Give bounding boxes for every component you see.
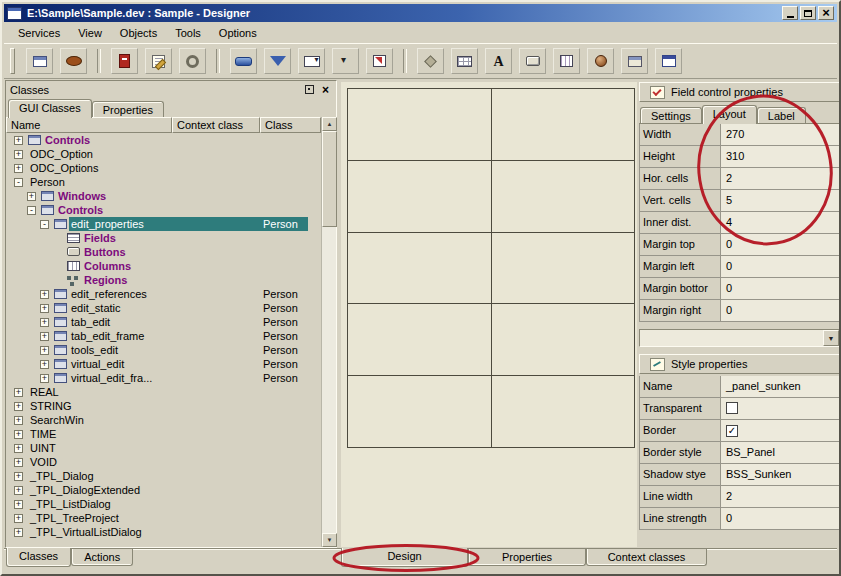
grid-cell[interactable]: [348, 89, 491, 160]
column-header-class[interactable]: Class: [260, 117, 321, 133]
tree-expander[interactable]: +: [40, 332, 54, 341]
expand-plus-icon[interactable]: +: [14, 150, 23, 159]
tree-row[interactable]: +_TPL_DialogExtended: [6, 483, 321, 497]
title-bar[interactable]: E:\Sample\Sample.dev : Sample - Designer: [4, 4, 837, 22]
expand-plus-icon[interactable]: +: [40, 332, 49, 341]
property-value[interactable]: BSS_Sunken: [721, 464, 840, 486]
tree-row[interactable]: Regions: [6, 273, 321, 287]
combobox-button[interactable]: [298, 48, 325, 74]
tree-expander[interactable]: +: [14, 514, 28, 523]
tree-row[interactable]: +STRING: [6, 399, 321, 413]
tree-expander[interactable]: +: [14, 458, 28, 467]
tab-properties[interactable]: Properties: [92, 101, 164, 117]
tree-expander[interactable]: +: [40, 346, 54, 355]
tree-expander[interactable]: +: [14, 444, 28, 453]
tab-gui-classes[interactable]: GUI Classes: [8, 99, 92, 118]
menu-services[interactable]: Services: [9, 24, 69, 42]
tree-row[interactable]: +TIME: [6, 427, 321, 441]
tree-row[interactable]: +_TPL_ListDialog: [6, 497, 321, 511]
expand-plus-icon[interactable]: +: [14, 528, 23, 537]
tab-classes[interactable]: Classes: [6, 548, 71, 567]
tab-settings[interactable]: Settings: [640, 107, 702, 123]
tree-expander[interactable]: +: [40, 304, 54, 313]
grid-cell[interactable]: [348, 304, 491, 375]
property-value[interactable]: [721, 398, 840, 420]
style-properties-header[interactable]: Style properties: [639, 354, 840, 374]
roller-button[interactable]: [230, 48, 257, 74]
chevron-down-icon[interactable]: [823, 330, 839, 346]
scroll-up-icon[interactable]: [322, 117, 337, 131]
property-value[interactable]: 2: [721, 168, 840, 190]
property-value[interactable]: ✓: [721, 420, 840, 442]
donut-button[interactable]: [179, 48, 206, 74]
property-value[interactable]: 0: [721, 234, 840, 256]
property-value[interactable]: 2: [721, 486, 840, 508]
property-value[interactable]: BS_Panel: [721, 442, 840, 464]
tree-row[interactable]: +ODC_Options: [6, 161, 321, 175]
tree-expander[interactable]: +: [14, 472, 28, 481]
tree-row[interactable]: +REAL: [6, 385, 321, 399]
catalog-button[interactable]: [111, 48, 138, 74]
ellipse-tool-button[interactable]: [60, 48, 87, 74]
collapse-minus-icon[interactable]: -: [27, 206, 36, 215]
expand-plus-icon[interactable]: +: [27, 192, 36, 201]
expand-plus-icon[interactable]: +: [40, 374, 49, 383]
property-value[interactable]: 310: [721, 146, 840, 168]
grid-cell[interactable]: [492, 376, 635, 447]
tree-expander[interactable]: +: [40, 360, 54, 369]
menu-options[interactable]: Options: [210, 24, 266, 42]
expand-plus-icon[interactable]: +: [14, 416, 23, 425]
property-value[interactable]: 0: [721, 508, 840, 530]
expand-plus-icon[interactable]: +: [14, 444, 23, 453]
tree-row[interactable]: +virtual_edit_fra...Person: [6, 371, 321, 385]
design-canvas[interactable]: [341, 82, 637, 547]
property-value[interactable]: 4: [721, 212, 840, 234]
menu-view[interactable]: View: [69, 24, 111, 42]
tree-expander[interactable]: -: [27, 206, 41, 215]
tree-expander[interactable]: +: [14, 402, 28, 411]
expand-plus-icon[interactable]: +: [14, 458, 23, 467]
grid-cell[interactable]: [492, 233, 635, 304]
expand-plus-icon[interactable]: +: [14, 486, 23, 495]
dock-pin-button[interactable]: [303, 84, 316, 96]
tree-row[interactable]: Fields: [6, 231, 321, 245]
edit-button[interactable]: [145, 48, 172, 74]
tree-row[interactable]: -Person: [6, 175, 321, 189]
scroll-down-icon[interactable]: [322, 533, 337, 547]
tree-row[interactable]: +UINT: [6, 441, 321, 455]
calendar-button[interactable]: [655, 48, 682, 74]
expand-plus-icon[interactable]: +: [14, 164, 23, 173]
tree-row[interactable]: +edit_referencesPerson: [6, 287, 321, 301]
collapse-minus-icon[interactable]: -: [14, 178, 23, 187]
property-value[interactable]: 270: [721, 124, 840, 146]
tree-row[interactable]: +SearchWin: [6, 413, 321, 427]
tree-expander[interactable]: +: [14, 164, 28, 173]
scrollbar-thumb[interactable]: [322, 131, 337, 227]
property-value[interactable]: 5: [721, 190, 840, 212]
expand-plus-icon[interactable]: +: [40, 318, 49, 327]
tab-layout[interactable]: Layout: [702, 105, 757, 124]
tab-properties[interactable]: Properties: [468, 549, 586, 566]
grid-cell[interactable]: [492, 304, 635, 375]
grid-cell[interactable]: [348, 161, 491, 232]
grid-cell[interactable]: [348, 233, 491, 304]
checkbox-checked-icon[interactable]: ✓: [726, 425, 738, 437]
tree-expander[interactable]: +: [14, 388, 28, 397]
tab-context-classes[interactable]: Context classes: [586, 549, 707, 566]
tree-row[interactable]: +VOID: [6, 455, 321, 469]
expand-plus-icon[interactable]: +: [14, 514, 23, 523]
tree-row[interactable]: Buttons: [6, 245, 321, 259]
tree-row[interactable]: +virtual_editPerson: [6, 357, 321, 371]
property-value[interactable]: 0: [721, 300, 840, 322]
funnel-button[interactable]: [264, 48, 291, 74]
button-button[interactable]: [519, 48, 546, 74]
column-header-context-class[interactable]: Context class: [172, 117, 260, 133]
tab-design[interactable]: Design: [341, 548, 468, 567]
expand-plus-icon[interactable]: +: [40, 290, 49, 299]
tree-expander[interactable]: -: [14, 178, 28, 187]
tree-scrollbar[interactable]: [321, 117, 336, 547]
close-button[interactable]: [818, 6, 834, 20]
tree-row[interactable]: +_TPL_TreeProject: [6, 511, 321, 525]
tree-expander[interactable]: +: [14, 136, 28, 145]
expand-plus-icon[interactable]: +: [40, 346, 49, 355]
